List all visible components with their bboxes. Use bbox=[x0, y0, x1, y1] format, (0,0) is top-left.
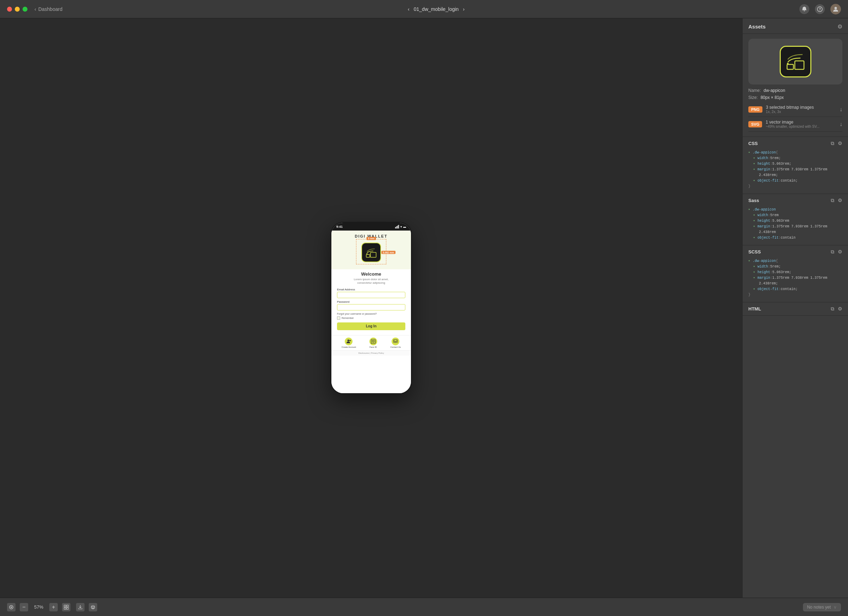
asset-size: Size: 80px × 81px bbox=[748, 95, 842, 100]
layers-icon[interactable] bbox=[7, 603, 15, 612]
traffic-lights bbox=[7, 7, 27, 12]
minimize-button[interactable] bbox=[15, 7, 20, 12]
nav-prev-icon[interactable]: ‹ bbox=[408, 6, 409, 12]
svg-rect-8 bbox=[371, 339, 375, 344]
remember-label: Remember bbox=[342, 317, 354, 319]
svg-sub: ~49% smaller, optimized with SV... bbox=[766, 124, 839, 129]
svg-point-9 bbox=[372, 341, 373, 341]
html-copy-icon[interactable]: ⧉ bbox=[831, 306, 834, 312]
help-icon[interactable]: ? bbox=[815, 4, 825, 14]
nav-face-id[interactable]: Face ID bbox=[369, 338, 377, 348]
notification-icon[interactable] bbox=[799, 4, 809, 14]
scss-section-header: SCSS ⧉ ⚙ bbox=[743, 245, 848, 258]
title-icons: ? bbox=[799, 4, 841, 15]
html-section-icons: ⧉ ⚙ bbox=[831, 306, 842, 312]
notes-dropdown[interactable]: No notes yet ∨ bbox=[803, 603, 841, 612]
css-section-icons: ⧉ ⚙ bbox=[831, 141, 842, 147]
html-section: HTML ⧉ ⚙ bbox=[743, 302, 848, 316]
asset-metadata: Name: dw-appicon bbox=[748, 88, 842, 93]
battery-icon: ▬ bbox=[403, 225, 406, 228]
scss-title: SCSS bbox=[748, 249, 761, 255]
sass-section: Sass ⧉ ⚙ ●.dw-appicon ●width: 5rem ●heig… bbox=[743, 194, 848, 245]
notes-chevron-icon: ∨ bbox=[833, 605, 837, 610]
mobile-mockup: 9:41 ▾ ▬ bbox=[330, 222, 412, 394]
size-label: Size: bbox=[748, 95, 758, 100]
svg-point-10 bbox=[374, 341, 374, 341]
asset-preview: Name: dw-appicon Size: 80px × 81px PNG 3… bbox=[743, 34, 848, 137]
zoom-level: 57% bbox=[33, 604, 45, 610]
close-button[interactable] bbox=[7, 7, 12, 12]
canvas-area[interactable]: 9:41 ▾ ▬ bbox=[0, 18, 742, 598]
back-navigation[interactable]: ‹ Dashboard bbox=[34, 6, 62, 12]
zoom-minus-button[interactable]: − bbox=[20, 603, 28, 612]
png-description: 3 selected bitmap images 1x, 2x, 3x bbox=[766, 105, 839, 114]
status-right-icons: ▾ ▬ bbox=[395, 225, 406, 228]
svg-rect-17 bbox=[64, 605, 66, 607]
status-time: 9:41 bbox=[336, 225, 342, 228]
svg-asset-row: SVG 1 vector image ~49% smaller, optimiz… bbox=[748, 117, 842, 132]
remember-checkbox[interactable] bbox=[337, 317, 340, 320]
svg-point-22 bbox=[92, 607, 93, 607]
emoji-reaction-icon[interactable] bbox=[89, 603, 97, 612]
welcome-subtitle: Lorem ipsum dolor sit amet, consectetur … bbox=[337, 278, 405, 285]
sass-settings-icon[interactable]: ⚙ bbox=[838, 197, 842, 203]
user-avatar[interactable] bbox=[830, 4, 841, 15]
password-label: Password bbox=[337, 300, 405, 304]
asset-icon-preview bbox=[780, 46, 811, 77]
sass-copy-icon[interactable]: ⧉ bbox=[831, 197, 834, 203]
sass-code-block: ●.dw-appicon ●width: 5rem ●height: 5.063… bbox=[743, 207, 848, 245]
png-download-icon[interactable]: ↓ bbox=[839, 106, 842, 113]
contact-us-icon bbox=[391, 338, 399, 345]
html-settings-icon[interactable]: ⚙ bbox=[838, 306, 842, 312]
grid-icon[interactable] bbox=[62, 603, 70, 612]
welcome-title: Welcome bbox=[337, 271, 405, 277]
html-section-header: HTML ⧉ ⚙ bbox=[743, 302, 848, 315]
footer-links[interactable]: Disclosures | Privacy Policy bbox=[331, 350, 411, 355]
email-label: Email Address bbox=[337, 288, 405, 291]
svg-point-2 bbox=[835, 7, 837, 9]
toolbar-left: − 57% + bbox=[7, 603, 70, 612]
svg-title: 1 vector image bbox=[766, 120, 839, 124]
name-value: dw-appicon bbox=[763, 88, 785, 93]
scss-settings-icon[interactable]: ⚙ bbox=[838, 249, 842, 255]
remember-row: Remember bbox=[337, 317, 405, 320]
css-section: CSS ⧉ ⚙ ●.dw-appicon { ●width: 5rem; ●he… bbox=[743, 137, 848, 194]
measure-label-v: 5.062 rem bbox=[381, 251, 396, 254]
contact-us-label: Contact Us bbox=[390, 346, 401, 348]
file-title: 01_dw_mobile_login bbox=[414, 6, 459, 12]
css-title: CSS bbox=[748, 141, 758, 146]
png-asset-row: PNG 3 selected bitmap images 1x, 2x, 3x … bbox=[748, 102, 842, 117]
nav-contact-us[interactable]: Contact Us bbox=[390, 338, 401, 348]
svg-download-icon[interactable]: ↓ bbox=[839, 121, 842, 127]
scss-copy-icon[interactable]: ⧉ bbox=[831, 249, 834, 255]
notes-area: No notes yet ∨ bbox=[76, 603, 841, 612]
dashboard-link[interactable]: Dashboard bbox=[39, 6, 63, 12]
css-copy-icon[interactable]: ⧉ bbox=[831, 141, 834, 147]
nav-create-account[interactable]: Create Account bbox=[342, 338, 356, 348]
export-icon[interactable] bbox=[76, 603, 85, 612]
filter-icon[interactable]: ⚙ bbox=[838, 23, 842, 30]
nav-next-icon[interactable]: › bbox=[463, 6, 464, 12]
main-content: 9:41 ▾ ▬ bbox=[0, 18, 848, 598]
app-header: DIGI WALLET 5 rem 5.062 rem bbox=[331, 231, 411, 269]
face-id-icon bbox=[369, 338, 377, 345]
forgot-link[interactable]: Forgot your username or password? bbox=[337, 312, 405, 315]
maximize-button[interactable] bbox=[22, 7, 27, 12]
back-chevron-icon: ‹ bbox=[34, 6, 36, 12]
svg-point-14 bbox=[787, 63, 789, 65]
svg-rect-19 bbox=[64, 607, 66, 609]
svg-rect-20 bbox=[67, 607, 68, 609]
zoom-plus-button[interactable]: + bbox=[49, 603, 58, 612]
titlebar: ‹ Dashboard ‹ 01_dw_mobile_login › ? bbox=[0, 0, 848, 18]
svg-rect-18 bbox=[67, 605, 68, 607]
login-button[interactable]: Log In bbox=[337, 323, 405, 330]
scss-section-icons: ⧉ ⚙ bbox=[831, 249, 842, 255]
measure-label-h: 5 rem bbox=[366, 237, 376, 240]
email-input[interactable] bbox=[337, 292, 405, 298]
face-id-label: Face ID bbox=[369, 346, 377, 348]
wifi-icon: ▾ bbox=[400, 225, 402, 228]
notes-text: No notes yet bbox=[807, 605, 831, 610]
password-input[interactable] bbox=[337, 304, 405, 311]
css-settings-icon[interactable]: ⚙ bbox=[838, 141, 842, 147]
signal-icon bbox=[395, 225, 399, 228]
